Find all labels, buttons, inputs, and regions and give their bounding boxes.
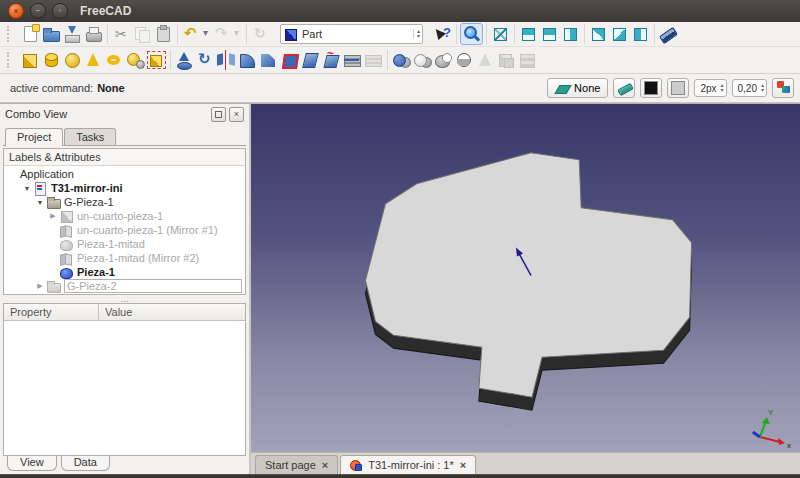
boolean-common-icon[interactable] bbox=[433, 50, 454, 70]
tree-item-un-cuarto-pieza-1-mirror-1[interactable]: un-cuarto-pieza-1 (Mirror #1) bbox=[4, 223, 245, 237]
window-minimize-button[interactable]: − bbox=[30, 3, 46, 19]
folder-icon bbox=[46, 280, 61, 293]
loft-icon[interactable] bbox=[300, 50, 321, 70]
freecad-window: × − ▫ FreeCAD Part ▴▾ active command:Non… bbox=[0, 0, 800, 478]
tree-item-application[interactable]: Application bbox=[4, 167, 245, 181]
sweep-icon[interactable] bbox=[321, 50, 342, 70]
3d-viewport[interactable]: x Y bbox=[251, 104, 800, 452]
close-panel-icon[interactable]: × bbox=[229, 107, 244, 122]
tab-start-page[interactable]: Start page × bbox=[255, 455, 338, 474]
mirror-icon bbox=[59, 224, 74, 237]
window-maximize-button[interactable]: ▫ bbox=[52, 3, 68, 19]
new-file-icon[interactable] bbox=[20, 24, 41, 44]
bottom-view-icon[interactable] bbox=[609, 24, 630, 44]
tree-item-g-pieza-1[interactable]: ▼G-Pieza-1 bbox=[4, 195, 245, 209]
part-box-icon[interactable] bbox=[20, 50, 41, 70]
cut-icon[interactable] bbox=[111, 24, 132, 44]
mirror-icon[interactable] bbox=[216, 50, 237, 70]
tree-item-pieza-1-mitad[interactable]: Pieza-1-mitad bbox=[4, 237, 245, 251]
paste-icon[interactable] bbox=[153, 24, 174, 44]
tree-item-pieza-1-mitad-mirror-2[interactable]: Pieza-1-mitad (Mirror #2) bbox=[4, 251, 245, 265]
tree-item-label: G-Pieza-2 bbox=[64, 279, 242, 293]
working-plane-button[interactable]: None bbox=[547, 78, 608, 98]
float-panel-icon[interactable] bbox=[211, 107, 226, 122]
front-view-icon[interactable] bbox=[518, 24, 539, 44]
part-torus-icon[interactable] bbox=[104, 50, 125, 70]
tree-item-t31-mirror-ini[interactable]: ▼T31-mirror-ini bbox=[4, 181, 245, 195]
top-view-icon[interactable] bbox=[539, 24, 560, 44]
chamfer-icon[interactable] bbox=[258, 50, 279, 70]
tree-item-pieza-1[interactable]: Pieza-1 bbox=[4, 265, 245, 279]
compound-icon bbox=[496, 50, 517, 70]
tree-item-un-cuarto-pieza-1[interactable]: ▶un-cuarto-pieza-1 bbox=[4, 209, 245, 223]
spinner-arrows-icon[interactable]: ▴▾ bbox=[721, 83, 724, 93]
ruled-surface-icon[interactable] bbox=[279, 50, 300, 70]
rear-view-icon[interactable] bbox=[588, 24, 609, 44]
construction-mode-button[interactable] bbox=[613, 78, 635, 98]
fit-all-icon[interactable] bbox=[460, 23, 483, 45]
tab-project[interactable]: Project bbox=[5, 128, 63, 146]
line-width-spinbox[interactable]: 2px ▴▾ bbox=[694, 79, 726, 97]
splitter[interactable]: … bbox=[3, 295, 246, 303]
brush-icon bbox=[617, 81, 631, 95]
blob-blue-icon bbox=[59, 266, 74, 279]
active-command-value: None bbox=[97, 82, 125, 94]
tab-view[interactable]: View bbox=[7, 456, 57, 471]
tab-document[interactable]: T31-mirror-ini : 1* × bbox=[340, 455, 476, 474]
combo-view-panel: Combo View × Project Tasks Labels & Attr… bbox=[0, 104, 251, 474]
text-size-spinbox[interactable]: 0,20 ▴▾ bbox=[732, 79, 767, 97]
combo-spinner-icon[interactable]: ▴▾ bbox=[413, 29, 420, 39]
freecad-doc-icon bbox=[350, 459, 362, 471]
boolean-cut-icon[interactable] bbox=[412, 50, 433, 70]
tab-tasks[interactable]: Tasks bbox=[64, 128, 116, 145]
toolbar-handle[interactable] bbox=[7, 26, 14, 42]
axonometric-view-icon[interactable] bbox=[490, 24, 511, 44]
open-file-icon[interactable] bbox=[41, 24, 62, 44]
toolbar-handle[interactable] bbox=[7, 52, 14, 68]
print-icon[interactable] bbox=[83, 24, 104, 44]
face-color-button[interactable] bbox=[667, 78, 689, 98]
part-cone-icon[interactable] bbox=[83, 50, 104, 70]
property-column-header[interactable]: Property bbox=[4, 304, 99, 320]
tab-data[interactable]: Data bbox=[61, 456, 110, 471]
workbench-selector[interactable]: Part ▴▾ bbox=[280, 24, 423, 44]
window-close-button[interactable]: × bbox=[8, 3, 24, 19]
part-sphere-icon[interactable] bbox=[62, 50, 83, 70]
cross-sections-icon bbox=[363, 50, 384, 70]
line-color-swatch bbox=[644, 81, 658, 95]
close-tab-icon[interactable]: × bbox=[460, 459, 466, 471]
working-plane-label: None bbox=[574, 82, 600, 94]
refresh-icon bbox=[250, 24, 271, 44]
section-icon[interactable] bbox=[342, 50, 363, 70]
tree-item-g-pieza-2[interactable]: ▶G-Pieza-2 bbox=[4, 279, 245, 293]
copy-icon bbox=[132, 24, 153, 44]
boolean-section-icon[interactable] bbox=[454, 50, 475, 70]
right-view-icon[interactable] bbox=[560, 24, 581, 44]
redo-icon bbox=[212, 24, 233, 44]
tree-expander-icon[interactable]: ▼ bbox=[34, 199, 46, 206]
save-icon[interactable] bbox=[62, 24, 83, 44]
line-color-button[interactable] bbox=[640, 78, 662, 98]
tree-expander-icon[interactable]: ▶ bbox=[34, 282, 46, 290]
measure-distance-icon[interactable] bbox=[658, 24, 679, 44]
workbench-selected-label: Part bbox=[302, 28, 409, 40]
undo-icon[interactable] bbox=[181, 24, 202, 44]
boolean-union-icon[interactable] bbox=[391, 50, 412, 70]
spinner-arrows-icon[interactable]: ▴▾ bbox=[761, 83, 764, 93]
left-view-icon[interactable] bbox=[630, 24, 651, 44]
folder-icon bbox=[46, 196, 61, 209]
part-cylinder-icon[interactable] bbox=[41, 50, 62, 70]
tree-expander-icon[interactable]: ▼ bbox=[21, 185, 33, 192]
extrude-icon[interactable] bbox=[174, 50, 195, 70]
tree-expander-icon[interactable]: ▶ bbox=[47, 212, 59, 220]
close-tab-icon[interactable]: × bbox=[322, 459, 328, 471]
whats-this-icon[interactable] bbox=[432, 24, 453, 44]
undo-more-icon[interactable] bbox=[202, 24, 212, 44]
autogroup-button[interactable] bbox=[772, 78, 794, 98]
value-column-header[interactable]: Value bbox=[99, 304, 138, 320]
svg-text:Y: Y bbox=[768, 408, 774, 417]
part-primitives-icon[interactable] bbox=[125, 50, 146, 70]
fillet-icon[interactable] bbox=[237, 50, 258, 70]
revolve-icon[interactable] bbox=[195, 50, 216, 70]
shape-builder-icon[interactable] bbox=[146, 50, 167, 70]
